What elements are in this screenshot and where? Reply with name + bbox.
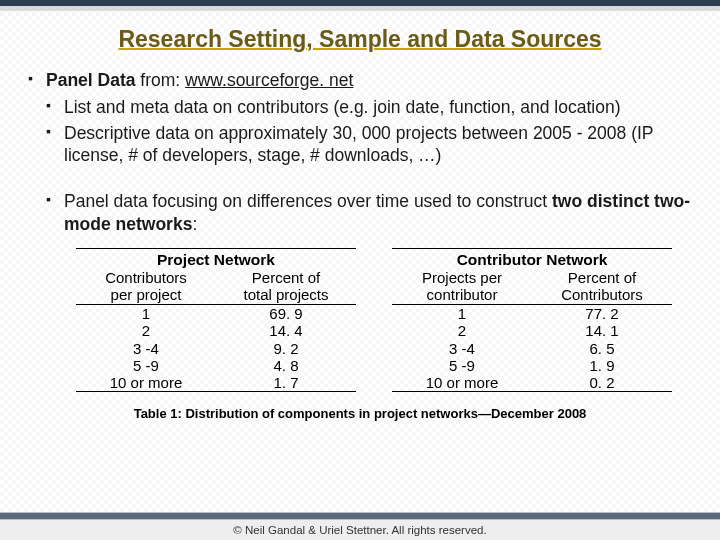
col-head-contributors: Contributorsper project [76, 269, 216, 306]
cell: 3 -4 [392, 340, 532, 357]
h2a: Percent of [568, 269, 636, 286]
footer: © Neil Gandal & Uriel Stettner. All righ… [0, 512, 720, 540]
cell: 6. 5 [532, 340, 672, 357]
cell: 1. 7 [216, 374, 356, 392]
table-row: 5 -91. 9 [392, 357, 672, 374]
content-area: Panel Data from: www.sourceforge. net Li… [0, 63, 720, 421]
h2b: Contributors [561, 286, 643, 303]
slide-title-text: Research Setting, Sample and Data Source… [118, 26, 601, 52]
table-row: 3 -49. 2 [76, 340, 356, 357]
col-head-percent: Percent ofContributors [532, 269, 672, 306]
footer-copyright: © Neil Gandal & Uriel Stettner. All righ… [0, 520, 720, 540]
cell: 4. 8 [216, 357, 356, 374]
cell: 5 -9 [76, 357, 216, 374]
cell: 2 [76, 322, 216, 339]
tables-wrap: Project Network Contributorsper project … [28, 240, 692, 393]
bullet-panel-data: Panel Data from: www.sourceforge. net Li… [28, 69, 692, 236]
table-left-head: Contributorsper project Percent oftotal … [76, 269, 356, 306]
panel-data-mid: from: [135, 70, 185, 90]
table-left-title: Project Network [76, 248, 356, 269]
source-link[interactable]: www.sourceforge. net [185, 70, 353, 90]
table-caption: Table 1: Distribution of components in p… [28, 392, 692, 421]
table-row: 5 -94. 8 [76, 357, 356, 374]
cell: 69. 9 [216, 305, 356, 322]
table-row: 214. 1 [392, 322, 672, 339]
table-row: 10 or more0. 2 [392, 374, 672, 392]
table-right-title: Contributor Network [392, 248, 672, 269]
table-row: 10 or more1. 7 [76, 374, 356, 392]
bar-light [0, 6, 720, 11]
top-accent-bars [0, 0, 720, 11]
cell: 10 or more [392, 374, 532, 392]
col-head-projects: Projects percontributor [392, 269, 532, 306]
sublist-2: Panel data focusing on differences over … [46, 190, 692, 236]
cell: 1 [392, 305, 532, 322]
bullet-list: Panel Data from: www.sourceforge. net Li… [28, 69, 692, 236]
cell: 2 [392, 322, 532, 339]
cell: 0. 2 [532, 374, 672, 392]
bullet-descriptive: Descriptive data on approximately 30, 00… [46, 122, 692, 168]
table-contributor-network: Contributor Network Projects percontribu… [392, 248, 672, 393]
h2a: Percent of [252, 269, 320, 286]
footer-accent [0, 512, 720, 520]
sublist-1: List and meta data on contributors (e.g.… [46, 96, 692, 167]
table-row: 214. 4 [76, 322, 356, 339]
cell: 9. 2 [216, 340, 356, 357]
table-right-head: Projects percontributor Percent ofContri… [392, 269, 672, 306]
col-head-percent: Percent oftotal projects [216, 269, 356, 306]
h1b: contributor [427, 286, 498, 303]
table-project-network: Project Network Contributorsper project … [76, 248, 356, 393]
spacer [46, 170, 692, 186]
table-row: 3 -46. 5 [392, 340, 672, 357]
cell: 10 or more [76, 374, 216, 392]
table-row: 169. 9 [76, 305, 356, 322]
table-right-body: 177. 2 214. 1 3 -46. 5 5 -91. 9 10 or mo… [392, 305, 672, 392]
bullet-list-meta: List and meta data on contributors (e.g.… [46, 96, 692, 119]
cell: 1 [76, 305, 216, 322]
two-mode-pre: Panel data focusing on differences over … [64, 191, 552, 211]
h1b: per project [111, 286, 182, 303]
two-mode-post: : [192, 214, 197, 234]
bullet-two-mode: Panel data focusing on differences over … [46, 190, 692, 236]
table-row: 177. 2 [392, 305, 672, 322]
cell: 5 -9 [392, 357, 532, 374]
cell: 77. 2 [532, 305, 672, 322]
cell: 14. 4 [216, 322, 356, 339]
cell: 1. 9 [532, 357, 672, 374]
table-left-body: 169. 9 214. 4 3 -49. 2 5 -94. 8 10 or mo… [76, 305, 356, 392]
h2b: total projects [243, 286, 328, 303]
h1a: Contributors [105, 269, 187, 286]
panel-data-label: Panel Data [46, 70, 135, 90]
h1a: Projects per [422, 269, 502, 286]
cell: 3 -4 [76, 340, 216, 357]
cell: 14. 1 [532, 322, 672, 339]
